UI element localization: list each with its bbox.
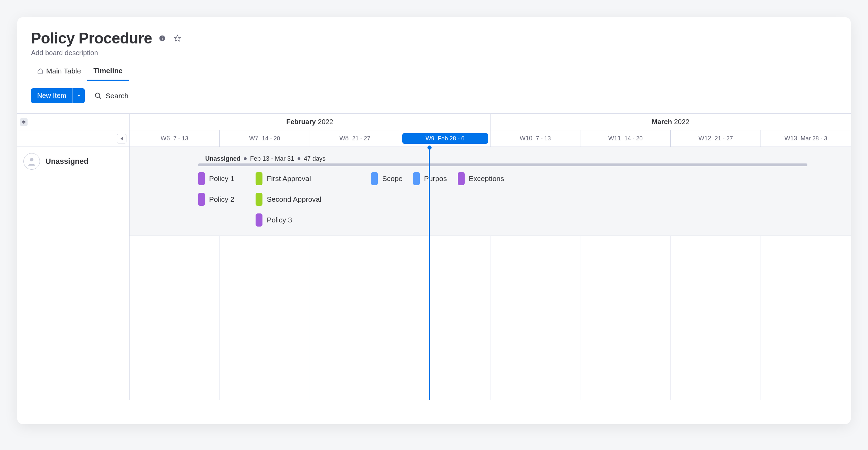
- month-february: February2022: [130, 114, 490, 130]
- group-row-unassigned[interactable]: Unassigned: [17, 147, 129, 170]
- week-w6[interactable]: W67 - 13: [130, 130, 219, 147]
- new-item-dropdown[interactable]: [72, 88, 85, 103]
- timeline-left-pane: Unassigned: [17, 114, 130, 400]
- task-exceptions[interactable]: Exceptions: [458, 172, 504, 186]
- svg-line-5: [99, 97, 101, 99]
- svg-point-4: [95, 93, 100, 97]
- avatar-unassigned: [23, 153, 40, 170]
- timeline-right-pane[interactable]: February2022 March2022 W67 - 13W714 - 20…: [130, 114, 851, 400]
- group-summary-bar[interactable]: [198, 163, 807, 166]
- task-first-approval[interactable]: First Approval: [256, 172, 311, 186]
- chevron-left-icon: [120, 137, 123, 141]
- task-policy-2[interactable]: Policy 2: [198, 192, 235, 206]
- board-card: Policy Procedure Add board description M…: [17, 17, 851, 424]
- today-dot: [427, 146, 432, 150]
- star-icon[interactable]: [173, 33, 182, 43]
- chevron-down-icon: [22, 122, 26, 124]
- timeline-prev-button[interactable]: [117, 134, 126, 143]
- new-item-button[interactable]: New Item: [31, 88, 72, 103]
- search-icon: [94, 92, 102, 100]
- group-name: Unassigned: [45, 157, 89, 166]
- person-icon: [27, 156, 37, 167]
- svg-rect-2: [162, 37, 163, 37]
- info-icon[interactable]: [157, 33, 167, 43]
- group-summary: Unassigned Feb 13 - Mar 31 47 days: [205, 154, 326, 163]
- search-button[interactable]: Search: [94, 92, 128, 100]
- week-w11[interactable]: W1114 - 20: [580, 130, 670, 147]
- task-purpose[interactable]: Purpos: [413, 172, 447, 186]
- today-indicator: [429, 147, 430, 400]
- week-w13[interactable]: W13Mar 28 - 3: [761, 130, 851, 147]
- svg-marker-3: [174, 35, 180, 41]
- timeline: Unassigned February2022 March2022 W67 - …: [17, 113, 851, 400]
- month-march: March2022: [490, 114, 851, 130]
- board-description[interactable]: Add board description: [31, 49, 837, 57]
- week-w8[interactable]: W821 - 27: [310, 130, 400, 147]
- collapse-all-button[interactable]: [20, 118, 28, 126]
- week-w9[interactable]: W9Feb 28 - 6: [400, 130, 490, 147]
- tab-timeline[interactable]: Timeline: [87, 63, 129, 81]
- tab-main-table[interactable]: Main Table: [31, 63, 87, 80]
- task-policy-3[interactable]: Policy 3: [256, 213, 292, 227]
- task-policy-1[interactable]: Policy 1: [198, 172, 235, 186]
- week-w12[interactable]: W1221 - 27: [670, 130, 761, 147]
- chevron-down-icon: [76, 93, 81, 98]
- task-second-approval[interactable]: Second Approval: [256, 192, 321, 206]
- week-w7[interactable]: W714 - 20: [219, 130, 310, 147]
- svg-point-6: [30, 158, 33, 161]
- week-w10[interactable]: W107 - 13: [490, 130, 580, 147]
- home-icon: [37, 68, 43, 74]
- new-item-group: New Item: [31, 88, 85, 103]
- svg-rect-1: [162, 38, 163, 40]
- task-scope[interactable]: Scope: [371, 172, 403, 186]
- board-title[interactable]: Policy Procedure: [31, 30, 152, 47]
